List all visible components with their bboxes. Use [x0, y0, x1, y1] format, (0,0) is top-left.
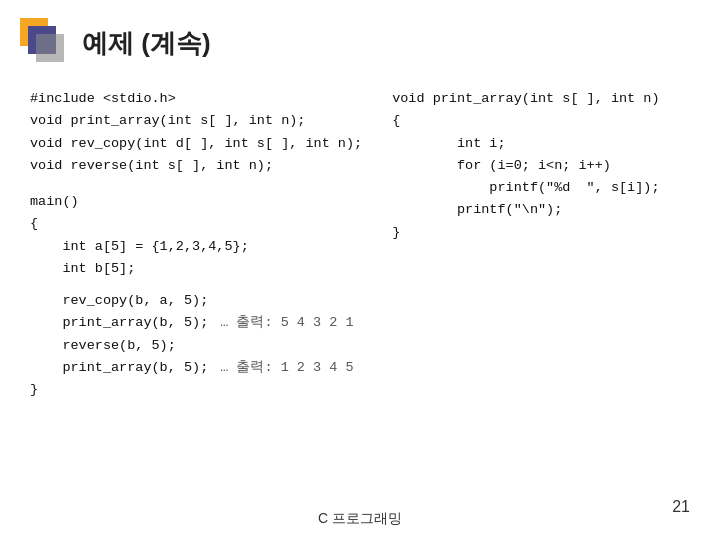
code-printf2: printf("\n");: [392, 199, 690, 221]
code-arr-a: int a[5] = {1,2,3,4,5};: [30, 236, 362, 258]
code-brace-close: }: [30, 379, 362, 401]
code-brace-open: {: [30, 213, 362, 235]
code-for-loop: for (i=0; i<n; i++): [392, 155, 690, 177]
code-reverse: reverse(b, 5);: [30, 335, 362, 357]
output-comment-1: … 출력: 5 4 3 2 1: [220, 312, 353, 334]
left-column: #include <stdio.h> void print_array(int …: [30, 88, 362, 401]
page-title: 예제 (계속): [82, 26, 211, 61]
logo-decoration: [20, 18, 70, 68]
code-arr-b: int b[5];: [30, 258, 362, 280]
code-main: main(): [30, 191, 362, 213]
code-printf1: printf("%d ", s[i]);: [392, 177, 690, 199]
header: 예제 (계속): [0, 0, 720, 78]
footer-label: C 프로그래밍: [318, 510, 402, 528]
code-func-open: {: [392, 110, 690, 132]
code-proto2: void rev_copy(int d[ ], int s[ ], int n)…: [30, 133, 362, 155]
code-func-close: }: [392, 222, 690, 244]
code-print1: print_array(b, 5);: [30, 312, 208, 334]
code-func-sig: void print_array(int s[ ], int n): [392, 88, 690, 110]
code-includes: #include <stdio.h>: [30, 88, 362, 110]
code-int-i: int i;: [392, 133, 690, 155]
footer-page: 21: [672, 498, 690, 516]
main-content: #include <stdio.h> void print_array(int …: [0, 78, 720, 401]
right-column: void print_array(int s[ ], int n) { int …: [392, 88, 690, 401]
footer: C 프로그래밍 21: [0, 510, 720, 528]
code-proto3: void reverse(int s[ ], int n);: [30, 155, 362, 177]
code-proto1: void print_array(int s[ ], int n);: [30, 110, 362, 132]
output-comment-2: … 출력: 1 2 3 4 5: [220, 357, 353, 379]
code-rev-copy: rev_copy(b, a, 5);: [30, 290, 362, 312]
code-print2: print_array(b, 5);: [30, 357, 208, 379]
